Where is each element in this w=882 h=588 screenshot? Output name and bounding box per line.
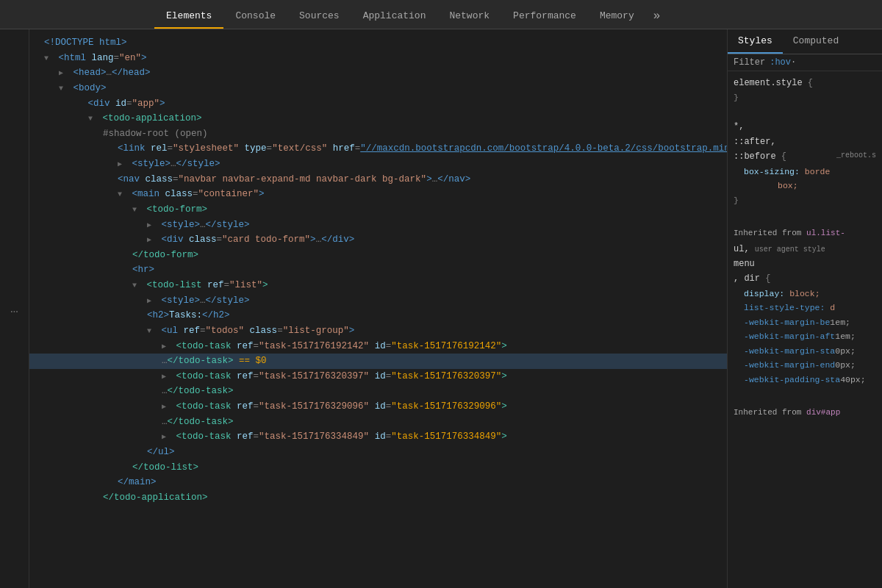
dom-line-task2-close: …</todo-task> — [29, 384, 727, 399]
devtools-body: … <!DOCTYPE html> <html lang="en"> <head… — [0, 29, 882, 588]
tab-performance[interactable]: Performance — [501, 4, 588, 29]
doctype-tag: <!DOCTYPE html> — [44, 37, 127, 48]
webkit-padding-sta: -webkit-padding-sta40px; — [734, 373, 876, 387]
arrow-task3[interactable] — [162, 401, 171, 414]
dom-line-html[interactable]: <html lang="en"> — [29, 51, 727, 66]
tab-application[interactable]: Application — [351, 4, 438, 29]
dom-line-h2: <h2>Tasks:</h2> — [29, 308, 727, 323]
dir-selector: , dir { — [734, 273, 770, 284]
dom-line-shadow: #shadow-root (open) — [29, 126, 727, 142]
before-selector: ::before { — [734, 151, 786, 162]
dom-line-todo-form-close: </todo-form> — [29, 248, 727, 263]
dom-line-task1-open[interactable]: <todo-task ref="task-1517176192142" id="… — [29, 339, 727, 354]
devtools-tabbar: Elements Console Sources Application Net… — [0, 0, 882, 29]
dom-line-task2-open[interactable]: <todo-task ref="task-1517176320397" id="… — [29, 369, 727, 384]
list-style-type-prop: list-style-type: d — [734, 301, 876, 315]
element-style-selector: element.style { — [734, 78, 813, 88]
after-selector: ::after, — [734, 137, 776, 147]
webkit-margin-end: -webkit-margin-end0px; — [734, 358, 876, 373]
element-style-close: } — [734, 93, 739, 102]
universal-selector: *, — [734, 121, 744, 132]
reboot-source: _reboot.s — [836, 149, 876, 162]
styles-content: element.style { } *, ::after, ::before {… — [728, 71, 882, 588]
arrow-todo-app[interactable] — [88, 113, 97, 126]
arrow-html[interactable] — [44, 53, 53, 65]
arrow-task2[interactable] — [162, 371, 171, 384]
arrow-style2[interactable] — [147, 220, 156, 232]
dom-line-task3-open[interactable]: <todo-task ref="task-1517176329096" id="… — [29, 399, 727, 415]
style-section-universal: *, ::after, ::before { _reboot.s box-siz… — [734, 119, 876, 207]
dom-line-hr: <hr> — [29, 262, 727, 278]
style-section-element: element.style { } — [734, 76, 876, 105]
arrow-body[interactable] — [59, 83, 68, 96]
menu-selector: menu — [734, 259, 755, 269]
webkit-margin-sta: -webkit-margin-sta0px; — [734, 344, 876, 359]
arrow-div-card[interactable] — [147, 234, 156, 247]
dom-line-doctype: <!DOCTYPE html> — [29, 35, 727, 51]
display-prop: display: block; — [734, 287, 876, 301]
tab-elements[interactable]: Elements — [154, 4, 223, 29]
filter-dot: · — [791, 57, 796, 68]
universal-close: } — [734, 196, 739, 205]
dom-line-task3-close: …</todo-task> — [29, 415, 727, 430]
webkit-margin-be: -webkit-margin-be1em; — [734, 315, 876, 330]
styles-panel: Styles Computed Filter :hov · element.st… — [728, 29, 882, 588]
arrow-task4[interactable] — [162, 431, 171, 444]
style-section-inherited-div: Inherited from div#app — [734, 401, 876, 421]
tab-computed[interactable]: Computed — [783, 29, 849, 54]
ul-selector: ul, user agent style — [734, 244, 825, 254]
dom-line-style1[interactable]: <style>…</style> — [29, 157, 727, 172]
dom-line-task4-open[interactable]: <todo-task ref="task-1517176334849" id="… — [29, 429, 727, 445]
filter-label: Filter — [734, 57, 765, 68]
dom-line-todo-app[interactable]: <todo-application> — [29, 111, 727, 126]
dom-line-todo-app-close: </todo-application> — [29, 490, 727, 506]
arrow-style1[interactable] — [118, 159, 126, 171]
dom-line-main[interactable]: <main class="container"> — [29, 187, 727, 202]
inherited-ul-label: Inherited from ul.list- — [734, 222, 876, 242]
dom-line-todo-form[interactable]: <todo-form> — [29, 202, 727, 218]
webkit-margin-aft: -webkit-margin-aft1em; — [734, 329, 876, 344]
dom-line-link[interactable]: <link rel="stylesheet" type="text/css" h… — [29, 141, 727, 157]
dom-panel[interactable]: <!DOCTYPE html> <html lang="en"> <head>…… — [29, 29, 728, 588]
box-sizing-prop: box-sizing: borde — [734, 165, 876, 179]
arrow-ul[interactable] — [147, 326, 156, 338]
arrow-main[interactable] — [118, 189, 126, 201]
styles-filter-bar: Filter :hov · — [728, 54, 882, 71]
arrow-head[interactable] — [59, 68, 68, 80]
dom-line-ul[interactable]: <ul ref="todos" class="list-group"> — [29, 323, 727, 339]
styles-tab-bar: Styles Computed — [728, 29, 882, 54]
dom-line-todo-list[interactable]: <todo-list ref="list"> — [29, 278, 727, 293]
arrow-todo-form[interactable] — [132, 204, 141, 217]
filter-hov[interactable]: :hov — [770, 57, 791, 68]
tab-styles[interactable]: Styles — [728, 29, 783, 54]
dom-line-todo-list-close: </todo-list> — [29, 460, 727, 476]
tab-console[interactable]: Console — [223, 4, 287, 29]
style-section-inherited-ul: Inherited from ul.list- ul, user agent s… — [734, 222, 876, 387]
dom-line-style3[interactable]: <style>…</style> — [29, 293, 727, 309]
dom-line-ul-close: </ul> — [29, 445, 727, 460]
box-val: box; — [734, 179, 876, 193]
dom-line-div-app[interactable]: <div id="app"> — [29, 96, 727, 112]
tab-memory[interactable]: Memory — [588, 4, 646, 29]
dom-line-head[interactable]: <head>…</head> — [29, 65, 727, 81]
dom-line-task1-close: …</todo-task> == $0 — [29, 354, 727, 369]
arrow-task1[interactable] — [162, 341, 171, 354]
tab-sources[interactable]: Sources — [287, 4, 351, 29]
dom-line-div-card[interactable]: <div class="card todo-form">…</div> — [29, 232, 727, 248]
tab-network[interactable]: Network — [437, 4, 501, 29]
inherited-div-label: Inherited from div#app — [734, 401, 876, 421]
dom-line-style2[interactable]: <style>…</style> — [29, 218, 727, 233]
dom-line-nav[interactable]: <nav class="navbar navbar-expand-md navb… — [29, 172, 727, 187]
sidebar-collapsed: … — [0, 29, 29, 588]
tabs-more-icon[interactable]: » — [646, 4, 668, 29]
dom-line-body[interactable]: <body> — [29, 81, 727, 96]
arrow-todo-list[interactable] — [132, 280, 141, 293]
sidebar-ellipsis: … — [10, 301, 18, 316]
dom-line-main-close: </main> — [29, 475, 727, 490]
arrow-style3[interactable] — [147, 295, 156, 308]
